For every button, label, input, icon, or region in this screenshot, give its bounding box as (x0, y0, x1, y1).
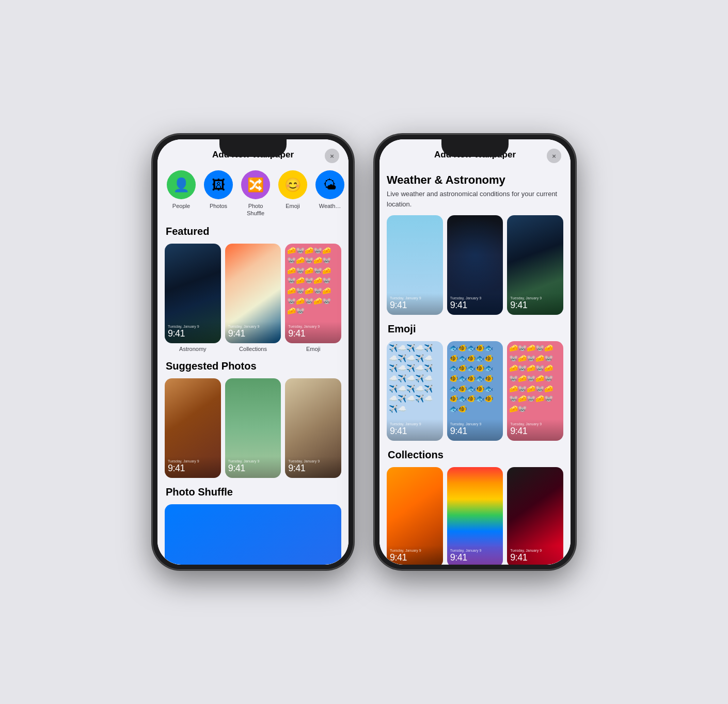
notch-left (219, 139, 287, 157)
collections-section-right: Collections Tuesday, January 9 9:41 (379, 449, 571, 565)
photo-shuffle-section: Photo Shuffle Tuesday, January 9 9:41 (157, 486, 349, 565)
weather-header-area: Weather & Astronomy Live weather and ast… (379, 166, 571, 209)
col1-wrapper: Tuesday, January 9 9:41 (387, 467, 443, 565)
phone-right: Add New Wallpaper × Weather & Astronomy … (374, 134, 576, 570)
col3-time: Tuesday, January 9 9:41 (507, 546, 563, 565)
collections-title-right: Collections (387, 449, 563, 461)
photo1-time: Tuesday, January 9 9:41 (165, 456, 221, 478)
sheet-scroll-left[interactable]: 👤 People 🖼 Photos 🔀 Photo Shuffle (157, 166, 349, 565)
category-people[interactable]: 👤 People (163, 170, 200, 217)
close-button-right[interactable]: × (547, 149, 561, 163)
category-emoji[interactable]: 😊 Emoji (274, 170, 311, 217)
photo-shuffle-title: Photo Shuffle (165, 486, 341, 498)
emoji-fish-wrapper: 🐟🐠🐟🐠🐟🐠🐟🐠🐟🐠🐟🐠🐟🐠🐟🐠🐟🐠🐟🐠🐟🐠🐟🐠🐟🐠🐟🐠🐟🐠🐟🐠 Tuesday… (447, 341, 503, 441)
emoji-grid: ✈️☁️✈️☁️✈️☁️✈️☁️✈️☁️✈️☁️✈️☁️✈️☁️✈️☁️✈️☁️… (387, 341, 563, 441)
photo1-wrapper: Tuesday, January 9 9:41 (165, 378, 221, 478)
col3-wrapper: Tuesday, January 9 9:41 (507, 467, 563, 565)
weather3-thumb[interactable]: Tuesday, January 9 9:41 (507, 215, 563, 315)
collections-label: Collections (225, 346, 281, 352)
category-photo-shuffle[interactable]: 🔀 Photo Shuffle (237, 170, 274, 217)
collections-grid: Tuesday, January 9 9:41 Tuesday, January… (387, 467, 563, 565)
weather1-wrapper: Tuesday, January 9 9:41 (387, 215, 443, 315)
suggested-photos-section: Suggested Photos Tuesday, January 9 9:41 (157, 360, 349, 486)
suggested-photos-grid: Tuesday, January 9 9:41 Tuesday, January… (165, 378, 341, 478)
category-photos[interactable]: 🖼 Photos (200, 170, 237, 217)
category-photos-label: Photos (210, 202, 227, 210)
astronomy-time: Tuesday, January 9 9:41 (165, 322, 221, 343)
fish-time: Tuesday, January 9 9:41 (447, 419, 503, 441)
category-weather[interactable]: 🌤 Weath… (311, 170, 349, 217)
emoji-icon: 😊 (278, 170, 307, 199)
col1-time: Tuesday, January 9 9:41 (387, 546, 443, 565)
photo2-thumb[interactable]: Tuesday, January 9 9:41 (225, 378, 281, 478)
col2-time: Tuesday, January 9 9:41 (447, 546, 503, 565)
featured-collections-thumb[interactable]: Tuesday, January 9 9:41 (225, 244, 281, 343)
featured-collections-wrapper: Tuesday, January 9 9:41 Collections (225, 244, 281, 352)
weather2-wrapper: Tuesday, January 9 9:41 (447, 215, 503, 315)
category-people-label: People (172, 202, 190, 210)
photos-icon: 🖼 (204, 170, 233, 199)
photo1-thumb[interactable]: Tuesday, January 9 9:41 (165, 378, 221, 478)
photo-shuffle-grid: Tuesday, January 9 9:41 (165, 504, 341, 565)
close-button-left[interactable]: × (325, 149, 339, 163)
col3-thumb[interactable]: Tuesday, January 9 9:41 (507, 467, 563, 565)
featured-astronomy-thumb[interactable]: Tuesday, January 9 9:41 (165, 244, 221, 343)
emoji-cheese-wrapper: 🧀🐭🧀🐭🧀🐭🧀🐭🧀🐭🧀🐭🧀🐭🧀🐭🧀🐭🧀🐭🧀🐭🧀🐭🧀🐭🧀🐭🧀🐭🧀🐭 Tuesday… (507, 341, 563, 441)
photo2-time: Tuesday, January 9 9:41 (225, 456, 281, 478)
shuffle1-thumb[interactable]: Tuesday, January 9 9:41 (165, 504, 341, 565)
people-icon: 👤 (167, 170, 196, 199)
collections-time: Tuesday, January 9 9:41 (225, 322, 281, 343)
notch-right (441, 139, 509, 157)
cheese-time: Tuesday, January 9 9:41 (507, 419, 563, 441)
weather2-time: Tuesday, January 9 9:41 (447, 293, 503, 315)
photo3-thumb[interactable]: Tuesday, January 9 9:41 (285, 378, 341, 478)
weather-section-title: Weather & Astronomy (387, 173, 563, 187)
emoji-fish-thumb[interactable]: 🐟🐠🐟🐠🐟🐠🐟🐠🐟🐠🐟🐠🐟🐠🐟🐠🐟🐠🐟🐠🐟🐠🐟🐠🐟🐠🐟🐠🐟🐠🐟🐠 Tuesday… (447, 341, 503, 441)
weather1-time: Tuesday, January 9 9:41 (387, 293, 443, 315)
emoji-title-right: Emoji (387, 323, 563, 335)
category-weather-label: Weath… (319, 202, 341, 210)
weather2-thumb[interactable]: Tuesday, January 9 9:41 (447, 215, 503, 315)
photo-shuffle-icon: 🔀 (241, 170, 270, 199)
categories-row: 👤 People 🖼 Photos 🔀 Photo Shuffle (157, 166, 349, 226)
featured-emoji-thumb[interactable]: 🧀🐭🧀🐭🧀🐭🧀🐭🧀🐭🧀🐭🧀🐭🧀🐭🧀🐭🧀🐭🧀🐭🧀🐭🧀🐭🧀🐭🧀🐭🧀🐭 Tuesday… (285, 244, 341, 343)
weather-grid: Tuesday, January 9 9:41 (387, 215, 563, 315)
featured-title: Featured (165, 226, 341, 237)
weather-section-desc: Live weather and astronomical conditions… (387, 189, 563, 209)
featured-grid: Tuesday, January 9 9:41 Astronomy (165, 244, 341, 352)
suggested-photos-title: Suggested Photos (165, 360, 341, 372)
weather3-time: Tuesday, January 9 9:41 (507, 293, 563, 315)
col2-thumb[interactable]: Tuesday, January 9 9:41 (447, 467, 503, 565)
emoji-planes-thumb[interactable]: ✈️☁️✈️☁️✈️☁️✈️☁️✈️☁️✈️☁️✈️☁️✈️☁️✈️☁️✈️☁️… (387, 341, 443, 441)
shuffle1-wrapper: Tuesday, January 9 9:41 (165, 504, 341, 565)
weather-icon: 🌤 (315, 170, 344, 199)
weather1-thumb[interactable]: Tuesday, January 9 9:41 (387, 215, 443, 315)
photo2-wrapper: Tuesday, January 9 9:41 (225, 378, 281, 478)
category-photo-shuffle-label: Photo Shuffle (247, 202, 264, 217)
featured-emoji-wrapper: 🧀🐭🧀🐭🧀🐭🧀🐭🧀🐭🧀🐭🧀🐭🧀🐭🧀🐭🧀🐭🧀🐭🧀🐭🧀🐭🧀🐭🧀🐭🧀🐭 Tuesday… (285, 244, 341, 352)
featured-section: Featured Tuesday, January 9 9:41 (157, 226, 349, 360)
emoji-section-right: Emoji ✈️☁️✈️☁️✈️☁️✈️☁️✈️☁️✈️☁️✈️☁️✈️☁️✈️… (379, 323, 571, 449)
phone-left: Add New Wallpaper × 👤 People (152, 134, 354, 570)
featured-astronomy-wrapper: Tuesday, January 9 9:41 Astronomy (165, 244, 221, 352)
weather3-wrapper: Tuesday, January 9 9:41 (507, 215, 563, 315)
weather-grid-section: Tuesday, January 9 9:41 (379, 215, 571, 323)
photo3-wrapper: Tuesday, January 9 9:41 (285, 378, 341, 478)
emoji-time: Tuesday, January 9 9:41 (285, 322, 341, 343)
col2-wrapper: Tuesday, January 9 9:41 (447, 467, 503, 565)
astronomy-label: Astronomy (165, 346, 221, 352)
emoji-planes-wrapper: ✈️☁️✈️☁️✈️☁️✈️☁️✈️☁️✈️☁️✈️☁️✈️☁️✈️☁️✈️☁️… (387, 341, 443, 441)
photo3-time: Tuesday, January 9 9:41 (285, 456, 341, 478)
col1-thumb[interactable]: Tuesday, January 9 9:41 (387, 467, 443, 565)
sheet-scroll-right[interactable]: Weather & Astronomy Live weather and ast… (379, 166, 571, 565)
emoji-cheese-thumb[interactable]: 🧀🐭🧀🐭🧀🐭🧀🐭🧀🐭🧀🐭🧀🐭🧀🐭🧀🐭🧀🐭🧀🐭🧀🐭🧀🐭🧀🐭🧀🐭🧀🐭 Tuesday… (507, 341, 563, 441)
wallpaper-sheet-left: Add New Wallpaper × 👤 People (157, 139, 349, 565)
category-emoji-label: Emoji (286, 202, 300, 210)
planes-time: Tuesday, January 9 9:41 (387, 419, 443, 441)
wallpaper-sheet-right: Add New Wallpaper × Weather & Astronomy … (379, 139, 571, 565)
emoji-label: Emoji (285, 346, 341, 352)
